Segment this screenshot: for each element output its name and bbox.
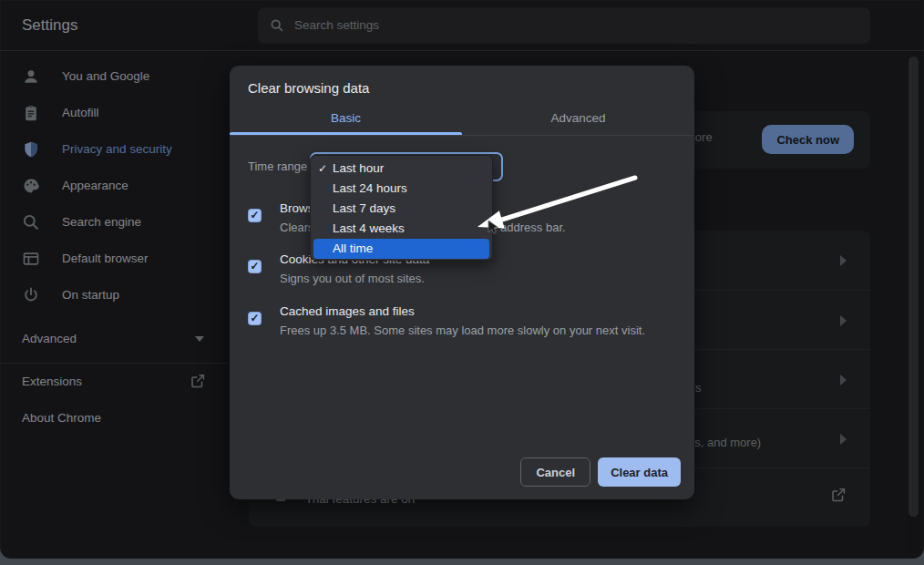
dropdown-item-last-hour[interactable]: ✓ Last hour	[311, 159, 492, 179]
tab-basic[interactable]: Basic	[230, 108, 462, 135]
checkbox-description: Frees up 3.5 MB. Some sites may load mor…	[280, 324, 667, 337]
dialog-title: Clear browsing data	[248, 80, 369, 96]
checkbox-description: Signs you out of most sites.	[280, 272, 667, 285]
time-range-label: Time range	[248, 159, 307, 173]
time-range-dropdown: ✓ Last hour Last 24 hours Last 7 days La…	[310, 155, 493, 261]
cookies-checkbox[interactable]	[248, 260, 262, 273]
dropdown-item-all-time[interactable]: All time	[313, 239, 489, 259]
browsing-history-checkbox[interactable]	[248, 209, 262, 222]
dialog-tabs: Basic Advanced	[230, 108, 694, 135]
tab-advanced[interactable]: Advanced	[462, 108, 694, 135]
checkmark-icon: ✓	[318, 159, 331, 179]
dropdown-item-last-7-days[interactable]: Last 7 days	[311, 199, 492, 219]
checkbox-row-cached-images[interactable]: Cached images and files Frees up 3.5 MB.…	[248, 304, 667, 337]
clear-data-button[interactable]: Clear data	[598, 457, 681, 487]
dropdown-item-last-24-hours[interactable]: Last 24 hours	[311, 179, 492, 199]
cached-images-checkbox[interactable]	[248, 312, 262, 325]
clear-browsing-data-dialog: Clear browsing data Basic Advanced Time …	[230, 66, 694, 499]
tabs-divider	[230, 135, 694, 136]
dropdown-item-last-4-weeks[interactable]: Last 4 weeks	[311, 219, 492, 239]
cancel-button[interactable]: Cancel	[520, 457, 590, 487]
checkbox-title: Cached images and files	[280, 304, 667, 318]
chrome-settings-window: Settings Search settings You and Google …	[0, 0, 924, 559]
dialog-buttons: Cancel Clear data	[520, 457, 681, 487]
